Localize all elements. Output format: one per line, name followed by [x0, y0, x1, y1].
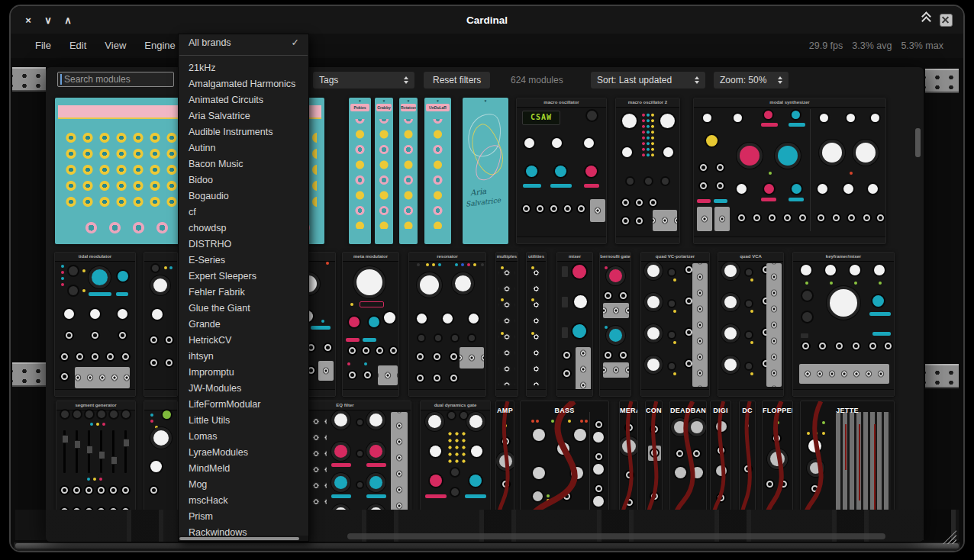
brand-menu-item-glue-the-giant[interactable]: Glue the Giant — [179, 301, 308, 317]
module-card-quad-vca[interactable]: quad VCA — [718, 252, 784, 397]
module-card[interactable]: ♥ Aria Salvatrice — [463, 98, 508, 244]
brand-menu-item-chowdsp[interactable]: chowdsp — [179, 220, 308, 237]
brand-menu-item-animated-circuits[interactable]: Animated Circuits — [179, 92, 308, 108]
brand-menu-item-bogaudio[interactable]: Bogaudio — [179, 188, 308, 204]
brand-menu-item-hetrickcv[interactable]: HetrickCV — [179, 333, 308, 349]
module-card-conv[interactable]: CONV — [645, 401, 663, 510]
module-card-multiples[interactable]: multiples — [495, 252, 518, 397]
module-title: CONV — [646, 407, 662, 414]
brand-menu-item-prism[interactable]: Prism — [179, 509, 308, 525]
brand-menu-item-lifeformmodular[interactable]: LifeFormModular — [179, 397, 308, 413]
zoom-select[interactable]: Zoom: 50% — [714, 72, 789, 89]
module-title: meta modulator — [343, 253, 398, 262]
brand-menu-item-jw-modules[interactable]: JW-Modules — [179, 381, 308, 397]
brand-menu-item-little-utils[interactable]: Little Utils — [179, 413, 308, 429]
module-title: AMP — [496, 407, 514, 414]
brand-menu-item-cf[interactable]: cf — [179, 204, 308, 220]
module-title: macro oscillator — [517, 98, 606, 108]
module-card-pokies[interactable]: ♥Pokies — [349, 98, 371, 244]
brand-menu-selected-label: All brands — [189, 34, 231, 52]
text-caret — [60, 74, 62, 85]
brand-menu-item-mindmeld[interactable]: MindMeld — [179, 461, 308, 477]
module-card-jette[interactable]: JETTE — [800, 401, 895, 510]
module-card-digi[interactable]: DIGI — [710, 401, 731, 510]
module-card-bass[interactable]: BASS — [520, 401, 609, 510]
module-card-amp[interactable]: AMP — [495, 401, 514, 510]
module-card-quad-vc-polarizer[interactable]: quad VC-polarizer — [640, 252, 710, 397]
module-card[interactable] — [144, 401, 178, 510]
brand-menu-item-aria-salvatrice[interactable]: Aria Salvatrice — [179, 108, 308, 124]
brand-menu-item-fehler-fabrik[interactable]: Fehler Fabrik — [179, 285, 308, 301]
module-card-deadband[interactable]: DEADBAND — [669, 401, 707, 510]
app-icon[interactable] — [940, 14, 953, 27]
brand-menu-item-distrho[interactable]: DISTRHO — [179, 237, 308, 253]
module-title: keyframer/mixer — [793, 253, 894, 262]
menu-file[interactable]: File — [26, 34, 60, 58]
module-card-resonator[interactable]: resonator — [408, 252, 486, 397]
module-title: JETTE — [801, 407, 894, 414]
brand-menu-item-bidoo[interactable]: Bidoo — [179, 172, 308, 188]
sort-select[interactable]: Sort: Last updated — [591, 72, 705, 89]
module-title: modal synthesizer — [694, 98, 885, 108]
menu-edit[interactable]: Edit — [60, 34, 95, 58]
module-card-modal-synthesizer[interactable]: modal synthesizer — [693, 98, 886, 244]
brand-menu-item-lomas[interactable]: Lomas — [179, 429, 308, 445]
brand-menu-item-lyraemodules[interactable]: LyraeModules — [179, 445, 308, 461]
brand-menu-item-ihtsyn[interactable]: ihtsyn — [179, 349, 308, 365]
desktop: × ∨ ∧ Cardinal FileEditViewEngineHelp 29… — [0, 0, 974, 560]
module-card-mera[interactable]: MERA — [619, 401, 638, 510]
module-card-dc[interactable]: DC — [739, 401, 756, 510]
rack-hscroll-thumb[interactable] — [15, 543, 959, 549]
module-card-dual-dynamics-gate[interactable]: dual dynamics gate — [420, 401, 491, 510]
brand-menu-item-amalgamated-harmonics[interactable]: Amalgamated Harmonics — [179, 76, 308, 92]
shade-window-icon[interactable] — [920, 15, 932, 24]
brand-menu-item-impromptu[interactable]: Impromptu — [179, 365, 308, 381]
module-card-macro-oscillator[interactable]: macro oscillatorCSAW — [516, 98, 607, 244]
brand-menu-item-e-series[interactable]: E-Series — [179, 253, 308, 269]
module-card-bernoulli-gate[interactable]: bernoulli gate — [599, 252, 631, 397]
module-title — [144, 253, 177, 262]
module-card-utilities[interactable]: utilities — [526, 252, 547, 397]
module-card[interactable] — [144, 252, 178, 397]
search-input[interactable] — [57, 72, 174, 87]
brand-menu-item-expert-sleepers[interactable]: Expert Sleepers — [179, 269, 308, 285]
module-card-tidal-modulator[interactable]: tidal modulator — [54, 252, 136, 397]
module-title: dual dynamics gate — [421, 401, 490, 410]
brand-menu-item-mog[interactable]: Mog — [179, 477, 308, 493]
module-card-rotatoes[interactable]: ♥Rotatoes — [399, 98, 418, 244]
check-icon: ✓ — [292, 34, 299, 52]
module-card-mixer[interactable]: mixer — [556, 252, 593, 397]
module-card-macro-oscillator-2[interactable]: macro oscillator 2 — [615, 98, 680, 244]
module-card-flopper[interactable]: FLOPPER — [762, 401, 793, 510]
updown-arrows-icon — [695, 76, 699, 84]
updown-arrows-icon — [404, 76, 408, 84]
module-card-meta-modulator[interactable]: meta modulator — [342, 252, 399, 397]
module-card-undular[interactable]: ♥UnDuLaR — [424, 98, 451, 244]
module-title: segment generator — [56, 401, 135, 410]
browser-hscroll-thumb[interactable] — [347, 533, 885, 539]
dropdown-scroll-thumb[interactable] — [179, 537, 299, 540]
module-card-keyframer-mixer[interactable]: keyframer/mixer — [792, 252, 895, 397]
brand-menu-item-21khz[interactable]: 21kHz — [179, 60, 308, 76]
module-title — [144, 401, 177, 410]
module-title: bernoulli gate — [600, 253, 631, 262]
tags-select[interactable]: Tags — [313, 72, 414, 89]
module-card-segment-generator[interactable]: segment generator — [56, 401, 136, 510]
menubar: FileEditViewEngineHelp 29.9 fps3.3% avg5… — [11, 34, 963, 58]
brand-menu-item-mschack[interactable]: mscHack — [179, 493, 308, 509]
module-title: utilities — [527, 253, 546, 262]
module-card-grabby[interactable]: ♥Grabby — [375, 98, 393, 244]
reset-filters-button[interactable]: Reset filters — [424, 72, 490, 89]
menu-view[interactable]: View — [95, 34, 135, 58]
brand-menu-item-bacon-music[interactable]: Bacon Music — [179, 156, 308, 172]
app-window: × ∨ ∧ Cardinal FileEditViewEngineHelp 29… — [11, 6, 963, 551]
brand-menu-item-all-brands[interactable]: All brands ✓ — [179, 34, 308, 52]
module-title: quad VC-polarizer — [641, 253, 709, 262]
module-title: DIGI — [711, 407, 730, 414]
brand-menu-item-grande[interactable]: Grande — [179, 317, 308, 333]
menu-separator — [179, 55, 308, 56]
brand-menu-item-autinn[interactable]: Autinn — [179, 140, 308, 156]
browser-vscroll-thumb[interactable] — [915, 128, 921, 157]
module-title: quad VCA — [718, 253, 783, 262]
brand-menu-item-audible-instruments[interactable]: Audible Instruments — [179, 124, 308, 140]
